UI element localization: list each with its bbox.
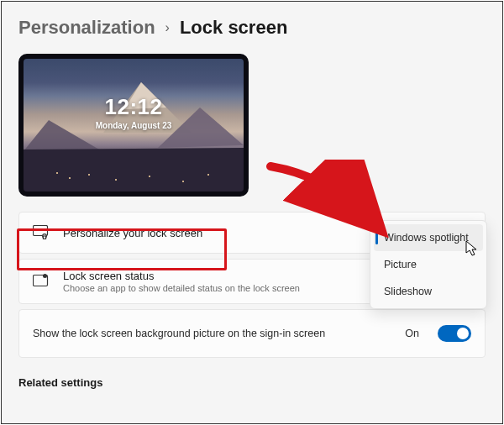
svg-point-9 bbox=[149, 176, 150, 177]
svg-point-6 bbox=[69, 177, 71, 179]
svg-rect-14 bbox=[43, 236, 45, 239]
preview-time: 12:12 bbox=[24, 94, 244, 120]
breadcrumb: Personalization › Lock screen bbox=[18, 17, 486, 39]
related-settings-heading: Related settings bbox=[18, 376, 486, 389]
signin-picture-row: Show the lock screen background picture … bbox=[18, 309, 486, 358]
dropdown-item-picture[interactable]: Picture bbox=[374, 251, 483, 278]
settings-page: Personalization › Lock screen 12:12 Mond… bbox=[1, 1, 503, 424]
page-title: Lock screen bbox=[180, 17, 287, 39]
svg-point-10 bbox=[182, 181, 184, 182]
toggle-label: Show the lock screen background picture … bbox=[33, 328, 391, 339]
svg-point-7 bbox=[88, 174, 90, 176]
toggle-state-text: On bbox=[405, 328, 419, 339]
status-title: Lock screen status bbox=[63, 270, 300, 282]
dropdown-item-spotlight[interactable]: Windows spotlight bbox=[374, 224, 483, 251]
dropdown-item-slideshow[interactable]: Slideshow bbox=[374, 278, 483, 305]
chevron-right-icon: › bbox=[165, 20, 170, 35]
breadcrumb-parent[interactable]: Personalization bbox=[18, 17, 155, 39]
svg-point-8 bbox=[115, 179, 117, 181]
svg-point-11 bbox=[207, 174, 209, 176]
status-subtitle: Choose an app to show detailed status on… bbox=[63, 283, 300, 293]
toggle-switch[interactable] bbox=[438, 325, 471, 342]
picture-lock-icon bbox=[33, 224, 50, 241]
personalize-dropdown: Windows spotlight Picture Slideshow bbox=[370, 220, 487, 309]
preview-date: Monday, August 23 bbox=[24, 121, 244, 130]
status-dot-icon bbox=[33, 273, 50, 290]
personalize-title: Personalize your lock screen bbox=[63, 227, 202, 239]
svg-point-5 bbox=[56, 172, 58, 174]
lockscreen-preview: 12:12 Monday, August 23 bbox=[18, 54, 249, 197]
svg-point-16 bbox=[43, 274, 47, 278]
svg-marker-4 bbox=[24, 148, 244, 197]
